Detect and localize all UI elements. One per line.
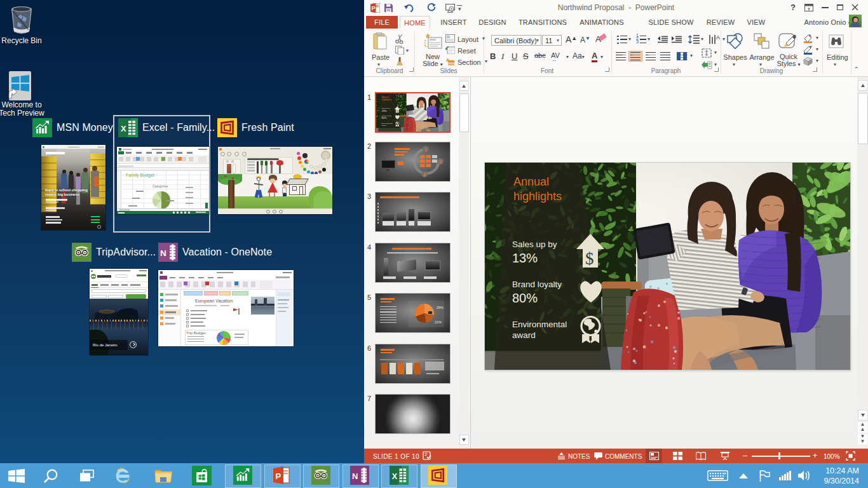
svg-text:N: N: [160, 248, 166, 258]
svg-text:highlights: highlights: [382, 98, 391, 101]
svg-text:13%: 13%: [382, 110, 388, 112]
svg-text:Environmental: Environmental: [512, 320, 567, 329]
svg-text:N: N: [352, 471, 358, 481]
svg-text:Annual: Annual: [382, 96, 389, 98]
svg-text:Sales up by: Sales up by: [512, 240, 557, 249]
svg-text:13%: 13%: [512, 251, 538, 265]
svg-text:1: 1: [424, 147, 428, 152]
svg-text:2: 2: [439, 159, 442, 165]
svg-text:award: award: [512, 330, 536, 340]
svg-text:highlights: highlights: [513, 190, 562, 203]
svg-text:80%: 80%: [382, 118, 388, 120]
svg-text:X: X: [392, 472, 398, 481]
svg-text:Annual: Annual: [513, 175, 549, 188]
svg-text:P: P: [276, 471, 281, 481]
svg-text:A: A: [716, 34, 720, 41]
svg-text:X: X: [121, 124, 126, 133]
svg-text:Brand loyalty: Brand loyalty: [512, 280, 562, 289]
svg-text:3: 3: [423, 172, 426, 177]
svg-text:80%: 80%: [512, 291, 538, 305]
svg-text:$: $: [397, 109, 398, 113]
svg-text:$: $: [585, 249, 594, 268]
